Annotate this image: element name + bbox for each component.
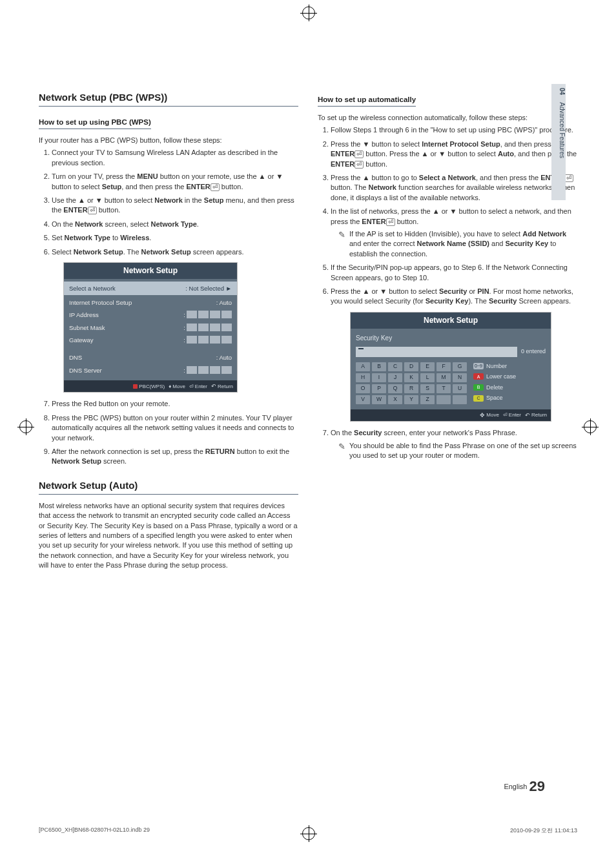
page-number: 29 (529, 778, 545, 794)
keyboard-key: S (420, 384, 435, 393)
keyboard-grid: ABCDEFGHIJKLMNOPQRSTUVWXYZ (356, 362, 467, 404)
return-hint: Return (211, 382, 233, 391)
keyboard-key: G (453, 362, 467, 371)
tv-row-gateway: Gateway : (69, 334, 232, 346)
step-item: In the list of networks, press the ▲ or … (331, 207, 577, 259)
red-button-hint: PBC(WPS) (133, 382, 165, 391)
keyboard-key: X (388, 395, 402, 404)
step-item: Use the ▲ or ▼ button to select Network … (52, 196, 298, 216)
registration-mark-icon (584, 420, 597, 433)
tv-row-dns: DNS : Auto (69, 351, 232, 364)
tv-screen-title: Network Setup (64, 263, 237, 279)
number-chip: 0~9 (473, 363, 484, 369)
chapter-number: 04 (559, 88, 566, 95)
keyboard-key: P (372, 384, 386, 393)
step-item: Connect your TV to Samsung Wireless LAN … (52, 148, 298, 168)
page-footer: English 29 (504, 778, 545, 795)
tv-row-subnet: Subnet Mask : (69, 322, 232, 334)
step-item: Press the Red button on your remote. (52, 399, 298, 409)
section-title-pbc: Network Setup (PBC (WPS)) (39, 90, 298, 107)
green-chip-icon: B (473, 384, 484, 391)
keyboard-key: V (356, 395, 370, 404)
steps-list-auto: Follow Steps 1 through 6 in the "How to … (318, 125, 577, 460)
intro-text: If your router has a PBC (WPS) button, f… (39, 136, 298, 145)
enter-icon: ⏎ (564, 174, 573, 182)
move-hint: Move (480, 411, 499, 420)
keyboard-key: M (436, 373, 451, 382)
step-item: On the Security screen, enter your netwo… (331, 428, 577, 460)
keyboard-key: H (356, 373, 370, 382)
kb-screen-title: Network Setup (351, 313, 551, 329)
registration-mark-icon (302, 6, 315, 19)
kb-label: Security Key (356, 334, 546, 343)
tv-footer-hints: PBC(WPS) Move Enter Return (64, 380, 237, 393)
chapter-tab: 04 Advanced Features (551, 84, 566, 200)
tv-row-select-network: Select a Network : Not Selected ► (64, 282, 237, 295)
keyboard-key: L (420, 373, 435, 382)
keyboard-key (436, 395, 451, 404)
left-column: Network Setup (PBC (WPS)) How to set up … (39, 90, 298, 573)
yellow-chip-icon: C (473, 395, 484, 402)
step-item: Press the PBC (WPS) button on your route… (52, 413, 298, 443)
kb-footer-hints: Move Enter Return (351, 409, 551, 422)
tv-row-ip-address: IP Address : (69, 309, 232, 321)
move-hint: Move (169, 382, 185, 391)
keyboard-key: T (436, 384, 451, 393)
tv-row-dns-server: DNS Server : (69, 364, 232, 376)
registration-mark-icon (19, 420, 32, 433)
enter-icon: ⏎ (386, 218, 395, 226)
enter-hint: Enter (503, 411, 521, 420)
security-key-screen: Network Setup Security Key 0 entered ABC… (350, 312, 551, 422)
keyboard-key: D (404, 362, 418, 371)
enter-icon: ⏎ (88, 207, 97, 214)
step-item: After the network connection is set up, … (52, 447, 298, 467)
enter-icon: ⏎ (210, 183, 220, 191)
note-passphrase: ✎ You should be able to find the Pass Ph… (338, 441, 577, 461)
keyboard-key: A (356, 362, 370, 371)
tv-row-ip-setup: Internet Protocol Setup : Auto (69, 296, 232, 309)
intro-text-auto: To set up the wireless connection automa… (318, 113, 577, 123)
security-key-input (356, 347, 517, 357)
network-setup-screen: Network Setup Select a Network : Not Sel… (63, 262, 238, 393)
keyboard-key: F (436, 362, 451, 371)
keyboard-key: Z (420, 395, 435, 404)
chapter-label: Advanced Features (559, 102, 566, 158)
keyboard-key: B (372, 362, 386, 371)
keyboard-key (453, 395, 467, 404)
enter-hint: Enter (189, 382, 207, 391)
step-item: If the Security/PIN pop-up appears, go t… (331, 263, 577, 283)
right-column: How to set up automatically To set up th… (318, 90, 577, 573)
subheading-pbc: How to set up using PBC (WPS) (39, 117, 151, 129)
note-icon: ✎ (338, 441, 345, 453)
keyboard-key: E (420, 362, 435, 371)
doc-filename: [PC6500_XH]BN68-02807H-02L10.indb 29 (39, 827, 150, 835)
footer-language: English (504, 783, 527, 790)
step-item: Press the ▲ or ▼ button to select Securi… (331, 287, 577, 422)
keyboard-key: J (388, 373, 402, 382)
step-item: On the Network screen, select Network Ty… (52, 220, 298, 229)
keyboard-key: O (356, 384, 370, 393)
step-item: Press the ▲ button to go to Select a Net… (331, 173, 577, 203)
auto-paragraph: Most wireless networks have an optional … (39, 501, 298, 571)
enter-icon: ⏎ (354, 161, 364, 169)
section-title-auto: Network Setup (Auto) (39, 478, 298, 495)
keyboard-key: C (388, 362, 402, 371)
keyboard-key: N (453, 373, 467, 382)
red-chip-icon: A (473, 373, 484, 380)
step-item: Press the ▼ button to select Internet Pr… (331, 139, 577, 169)
keyboard-key: Q (388, 384, 402, 393)
step-item: Select Network Setup. The Network Setup … (52, 247, 298, 393)
doc-timestamp: 2010-09-29 오전 11:04:13 (510, 827, 577, 835)
note-hidden-ap: ✎ If the AP is set to Hidden (Invisible)… (338, 229, 577, 259)
doc-meta: [PC6500_XH]BN68-02807H-02L10.indb 29 201… (39, 827, 577, 835)
steps-list-pbc: Connect your TV to Samsung Wireless LAN … (39, 148, 298, 466)
keyboard-key: U (453, 384, 467, 393)
step-item: Turn on your TV, press the MENU button o… (52, 172, 298, 192)
keyboard-key: I (372, 373, 386, 382)
step-item: Set Network Type to Wireless. (52, 233, 298, 243)
keyboard-key: W (372, 395, 386, 404)
keyboard-key: Y (404, 395, 418, 404)
entered-count: 0 entered (521, 347, 546, 356)
step-item: Follow Steps 1 through 6 in the "How to … (331, 125, 577, 135)
keyboard-key: K (404, 373, 418, 382)
